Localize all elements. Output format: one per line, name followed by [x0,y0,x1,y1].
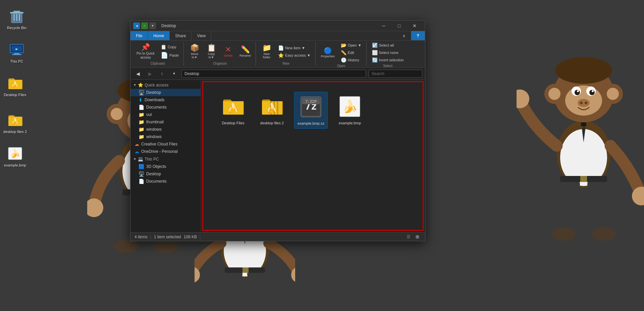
file-size: 108 KB [184,235,197,239]
address-input[interactable] [181,70,366,78]
up-button[interactable]: ↑ [157,69,167,78]
svg-point-37 [114,240,138,253]
svg-rect-87 [225,267,265,273]
example-bmp-label: example.bmp [339,121,361,125]
sidebar-item-3d-objects[interactable]: 🟦 3D Objects [130,163,201,170]
copy-btn[interactable]: 📋 Copy [159,44,181,50]
pin-quick-access-btn[interactable]: 📌 Pin to Quickaccess [135,42,157,61]
title-bar-icon-3: ▼ [149,22,156,29]
file-icon-desktop-files[interactable]: 🍌 Desktop FIles [216,92,250,129]
svg-point-53 [585,102,587,104]
new-folder-btn[interactable]: 📁 Newfolder [259,43,274,60]
forward-button[interactable]: ▶ [145,69,155,78]
ribbon-group-organize: 📦 Moveto▼ 📋 Copyto▼ ✕ Delete ✏️ [184,42,256,66]
edit-btn[interactable]: ✏️ Edit [339,49,364,56]
svg-point-63 [592,227,615,241]
file-icon-example-bmp[interactable]: 🍌 example.bmp [333,92,367,129]
svg-text:🍌: 🍌 [10,148,20,158]
svg-point-60 [517,89,529,108]
svg-point-50 [592,90,594,92]
properties-btn[interactable]: 🔵 Properties [319,46,337,59]
sidebar-item-desktop[interactable]: 🖥️ Desktop [130,89,201,96]
sidebar-item-out[interactable]: 📁 out [130,111,201,118]
tab-home[interactable]: Home [148,31,170,40]
clipboard-group-label: Clipboard [135,61,181,66]
svg-point-86 [291,267,295,283]
search-input[interactable] [369,70,422,78]
view-details-btn[interactable]: ☰ [405,234,412,240]
rename-btn[interactable]: ✏️ Rename [237,45,253,59]
svg-point-42 [560,129,607,186]
svg-point-52 [580,102,583,104]
svg-rect-88 [243,267,249,273]
new-item-btn[interactable]: 📄 New item ▼ [276,45,313,51]
organize-group-label: Organize [187,61,253,66]
this-pc-label: This PC [10,59,23,64]
title-bar-icon-2: ✓ [141,22,148,29]
ribbon-help-btn[interactable]: ? [411,31,425,40]
sidebar-item-documents2[interactable]: 📄 Documents [130,178,201,185]
svg-point-51 [578,99,590,107]
svg-point-56 [603,84,623,104]
example-bmp-xz-label: example.bmp.xz [298,121,324,126]
minimize-button[interactable]: ─ [376,20,391,31]
sidebar-section-this-pc[interactable]: ▼ 💻 This PC [130,155,201,163]
back-button[interactable]: ◀ [133,69,143,78]
sidebar-item-documents[interactable]: 📄 Documents [130,104,201,111]
move-to-btn[interactable]: 📦 Moveto▼ [187,43,202,60]
ribbon-expand-btn[interactable]: ∧ [397,31,411,40]
open-btn[interactable]: 📂 Open ▼ [339,42,364,49]
sidebar-item-creative-cloud[interactable]: ☁ Creative Cloud Files [130,140,201,148]
svg-point-44 [565,85,602,116]
recycle-bin-icon [9,8,25,24]
svg-text:🍌: 🍌 [227,103,239,114]
desktop-icon-desktop-files[interactable]: 🍌 Desktop FIles [2,74,29,99]
desktop-files-icon: 🍌 [7,75,23,91]
close-button[interactable]: ✕ [407,20,422,31]
recent-locations-btn[interactable]: ▼ [169,69,179,78]
delete-btn[interactable]: ✕ Delete [221,45,235,59]
desktop-icon-recycle-bin[interactable]: Recycle Bin [3,7,30,32]
select-all-btn[interactable]: ☑️ Select all [370,42,406,49]
tab-view[interactable]: View [192,31,211,40]
maximize-button[interactable]: □ [391,20,407,31]
sidebar-item-downloads[interactable]: ⬇ Downloads [130,96,201,104]
paste-btn[interactable]: 📄 Paste [159,51,181,60]
tab-file[interactable]: File [130,31,148,40]
select-none-btn[interactable]: ⬜ Select none [370,49,406,56]
svg-point-54 [544,84,565,104]
svg-point-49 [577,90,579,92]
explorer-window: ◀ ✓ ▼ Desktop ─ □ ✕ File Home Share [130,20,425,241]
ribbon-group-select: ☑️ Select all ⬜ Select none 🔄 Invert sel… [367,42,409,66]
svg-point-48 [589,90,595,95]
recycle-bin-label: Recycle Bin [7,25,26,30]
sidebar-item-windows2[interactable]: 📁 windows [130,133,201,140]
invert-selection-btn[interactable]: 🔄 Invert selection [370,57,406,63]
sidebar-item-windows1[interactable]: 📁 windows [130,126,201,133]
title-bar-title: Desktop [161,23,376,28]
ribbon-group-new: 📁 Newfolder 📄 New item ▼ ⭐ Easy access ▼ [257,42,316,66]
file-icon-desktop-files-2[interactable]: 🍌 desktop files 2 [255,92,289,129]
sidebar-section-quick-access[interactable]: ▼ ⭐ Quick access [130,81,201,89]
sidebar-item-thumbnail[interactable]: 📁 thumbnail [130,118,201,126]
title-bar-icon-1: ◀ [133,22,140,29]
svg-rect-59 [581,122,586,126]
title-bar: ◀ ✓ ▼ Desktop ─ □ ✕ [130,20,425,31]
desktop-icon-desktop-files-2[interactable]: 🍌 desktop files 2 [2,111,29,135]
history-btn[interactable]: 🕐 History [339,57,364,63]
tab-share[interactable]: Share [170,31,192,40]
svg-rect-64 [560,176,607,182]
svg-text:▶: ▶ [15,47,18,51]
desktop-icon-this-pc[interactable]: ▶ This PC [3,40,30,65]
svg-rect-65 [580,176,587,182]
file-icon-example-bmp-xz[interactable]: 7z 7-ZIP example.bmp.xz [294,92,328,129]
copy-to-btn[interactable]: 📋 Copyto▼ [204,43,219,60]
sidebar: ▼ ⭐ Quick access 🖥️ Desktop ⬇ Downloads … [130,80,201,232]
easy-access-btn[interactable]: ⭐ Easy access ▼ [276,52,313,59]
new-group-label: New [259,61,313,66]
sidebar-item-onedrive[interactable]: ☁ OneDrive - Personal [130,148,201,155]
sidebar-item-desktop2[interactable]: 🖥️ Desktop [130,170,201,178]
desktop-files-2-label: desktop files 2 [3,129,27,134]
view-icons-btn[interactable]: ⊞ [414,234,421,240]
desktop-icon-example-bmp[interactable]: 🍌 example.bmp [2,144,29,169]
